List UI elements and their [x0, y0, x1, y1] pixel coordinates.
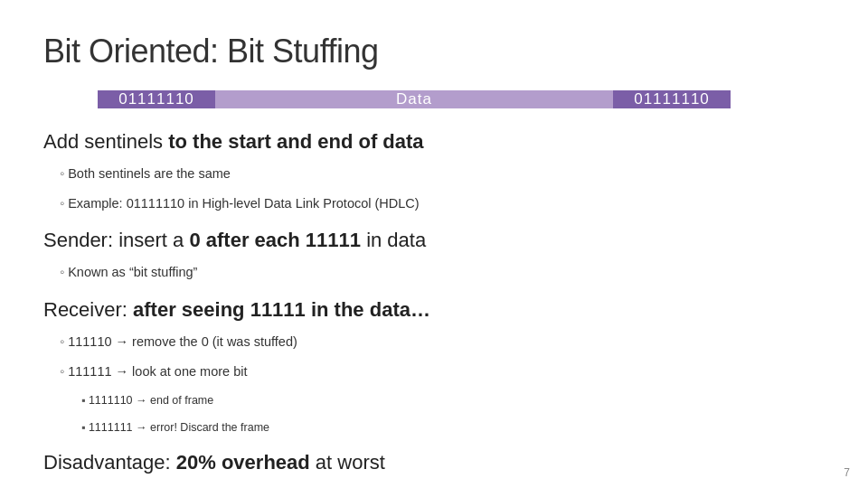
- slide-title: Bit Oriented: Bit Stuffing: [43, 33, 825, 70]
- sub-bullet-3-2: 1111111 → error! Discard the frame: [81, 418, 825, 436]
- section-heading-3: Receiver: after seeing 11111 in the data…: [43, 298, 825, 322]
- bullet-2-1: Known as “bit stuffing”: [60, 262, 825, 283]
- sentinel-right: 01111110: [613, 90, 731, 108]
- sentinel-left: 01111110: [98, 90, 215, 108]
- slide: Bit Oriented: Bit Stuffing 01111110 Data…: [0, 0, 868, 488]
- footer-heading: Disadvantage: 20% overhead at worst: [43, 451, 825, 474]
- bullet-1-1: Both sentinels are the same: [60, 164, 825, 184]
- section-heading-2: Sender: insert a 0 after each 11111 in d…: [43, 229, 825, 252]
- section-heading-1: Add sentinels to the start and end of da…: [43, 130, 825, 154]
- content: Add sentinels to the start and end of da…: [43, 127, 825, 475]
- bullet-3-2: 111111 → look at one more bit: [60, 361, 825, 382]
- bullet-1-2: Example: 01111110 in High-level Data Lin…: [60, 193, 825, 214]
- bullet-3-1: 111110 → remove the 0 (it was stuffed): [60, 332, 825, 352]
- page-number: 7: [844, 466, 850, 479]
- frame-diagram: 01111110 Data 01111110: [98, 90, 731, 108]
- sub-bullet-3-1: 1111110 → end of frame: [81, 391, 825, 409]
- data-field: Data: [215, 90, 613, 108]
